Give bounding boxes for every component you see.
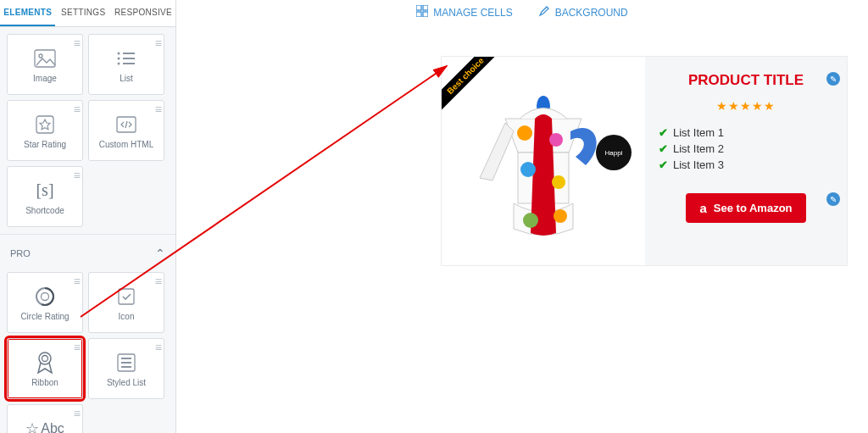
- element-circle-rating[interactable]: ≡ Circle Rating: [7, 272, 83, 333]
- element-image[interactable]: ≡ Image: [7, 34, 83, 95]
- svg-rect-7: [123, 63, 135, 64]
- element-star-rating[interactable]: ≡ Star Rating: [7, 100, 83, 161]
- tab-responsive[interactable]: RESPONSIVE: [111, 0, 175, 26]
- tab-settings[interactable]: SETTINGS: [55, 0, 110, 26]
- product-image-area[interactable]: Best choice Happi: [442, 57, 645, 265]
- svg-rect-13: [119, 289, 134, 304]
- toolbar-label: MANAGE CELLS: [433, 7, 512, 19]
- svg-point-30: [523, 213, 538, 228]
- svg-rect-23: [423, 12, 428, 17]
- code-icon: [112, 113, 141, 136]
- sidebar-tabs: ELEMENTS SETTINGS RESPONSIVE: [0, 0, 175, 27]
- chevron-up-icon: ⌃: [155, 247, 165, 260]
- list-item: ✔ List Item 2: [659, 142, 833, 155]
- element-label: Ribbon: [31, 378, 58, 387]
- svg-point-2: [118, 52, 120, 54]
- svg-point-4: [118, 57, 120, 59]
- list-item-text: List Item 3: [673, 158, 724, 171]
- element-custom-html[interactable]: ≡ Custom HTML: [88, 100, 164, 161]
- element-label: Shortcode: [25, 206, 64, 215]
- svg-point-28: [520, 162, 536, 177]
- drag-handle-icon: ≡: [74, 36, 79, 50]
- drag-handle-icon: ≡: [155, 103, 160, 116]
- star-icon: [31, 113, 59, 136]
- edit-badge-title[interactable]: ✎: [826, 72, 840, 86]
- element-shortcode[interactable]: ≡ [s] Shortcode: [7, 166, 83, 227]
- star-rating[interactable]: ★★★★★: [716, 99, 776, 113]
- svg-rect-19: [121, 366, 131, 368]
- svg-rect-22: [416, 12, 421, 17]
- element-label: Image: [33, 74, 57, 83]
- svg-rect-3: [123, 53, 135, 54]
- drag-handle-icon: ≡: [155, 275, 160, 288]
- tab-elements[interactable]: ELEMENTS: [0, 0, 55, 26]
- amazon-icon: a: [699, 201, 706, 215]
- shortcode-icon: [s]: [31, 179, 59, 203]
- drag-handle-icon: ≡: [155, 36, 160, 50]
- drag-handle-icon: ≡: [74, 341, 79, 354]
- product-title[interactable]: PRODUCT TITLE: [688, 72, 804, 89]
- element-label: Star Rating: [24, 140, 66, 149]
- grid-icon: [416, 5, 428, 19]
- element-text-icon[interactable]: ≡ ☆Abc Text Icon: [7, 404, 83, 433]
- image-icon: [31, 47, 59, 70]
- cta-button[interactable]: a See to Amazon: [686, 193, 805, 223]
- checkbox-icon: [112, 285, 141, 308]
- list-item: ✔ List Item 1: [659, 126, 833, 139]
- list-item: ✔ List Item 3: [659, 158, 833, 171]
- section-label: PRO: [10, 248, 31, 258]
- svg-rect-21: [423, 5, 428, 10]
- svg-rect-5: [123, 58, 135, 59]
- element-icon[interactable]: ≡ Icon: [88, 272, 164, 333]
- brush-icon: [538, 5, 550, 19]
- drag-handle-icon: ≡: [74, 275, 79, 288]
- element-ribbon[interactable]: ≡ Ribbon: [7, 338, 83, 399]
- svg-rect-20: [416, 5, 421, 10]
- element-styled-list[interactable]: ≡ Styled List: [88, 338, 164, 399]
- drag-handle-icon: ≡: [74, 103, 79, 116]
- styled-list-icon: [112, 351, 141, 375]
- svg-point-14: [39, 353, 51, 364]
- svg-point-27: [549, 133, 563, 147]
- list-item-text: List Item 2: [673, 142, 724, 155]
- background-button[interactable]: BACKGROUND: [538, 5, 628, 19]
- svg-point-1: [39, 54, 42, 58]
- element-label: Circle Rating: [20, 312, 69, 321]
- feature-list[interactable]: ✔ List Item 1 ✔ List Item 2 ✔ List Item …: [659, 126, 833, 175]
- editor-canvas: MANAGE CELLS BACKGROUND Best choice: [176, 0, 868, 433]
- element-label: Styled List: [107, 378, 146, 387]
- product-card[interactable]: Best choice Happi PRODUCT TITLE ★★★★★: [441, 56, 848, 266]
- product-badge: Happi: [596, 135, 632, 170]
- svg-point-31: [554, 209, 567, 223]
- check-icon: ✔: [659, 142, 668, 155]
- product-info-panel: PRODUCT TITLE ★★★★★ ✔ List Item 1 ✔ List…: [645, 57, 847, 265]
- basic-elements-grid: ≡ Image ≡ List ≡ Star Rating ≡ Cu: [0, 27, 175, 234]
- svg-point-15: [42, 355, 48, 361]
- toolbar-label: BACKGROUND: [555, 7, 628, 19]
- cta-label: See to Amazon: [714, 202, 793, 214]
- section-header-pro[interactable]: PRO ⌃: [0, 234, 175, 265]
- svg-point-29: [552, 175, 565, 189]
- drag-handle-icon: ≡: [74, 407, 79, 420]
- element-label: List: [120, 74, 133, 83]
- check-icon: ✔: [659, 158, 668, 171]
- svg-point-26: [517, 125, 532, 141]
- circle-rating-icon: [31, 285, 59, 308]
- text-icon-icon: ☆Abc: [31, 417, 59, 434]
- svg-point-12: [42, 292, 49, 300]
- ribbon-icon: [31, 351, 59, 375]
- element-label: Icon: [119, 312, 135, 321]
- svg-point-6: [118, 62, 120, 64]
- list-icon: [112, 47, 141, 70]
- svg-rect-18: [121, 362, 131, 364]
- canvas-toolbar: MANAGE CELLS BACKGROUND: [176, 0, 868, 28]
- product-image: [467, 72, 620, 250]
- edit-badge-list[interactable]: ✎: [826, 192, 840, 206]
- element-label: Custom HTML: [99, 140, 153, 149]
- svg-rect-17: [121, 358, 131, 359]
- manage-cells-button[interactable]: MANAGE CELLS: [416, 5, 512, 19]
- drag-handle-icon: ≡: [155, 341, 160, 354]
- check-icon: ✔: [659, 126, 668, 139]
- sidebar: ELEMENTS SETTINGS RESPONSIVE ≡ Image ≡ L…: [0, 0, 176, 433]
- element-list[interactable]: ≡ List: [88, 34, 164, 95]
